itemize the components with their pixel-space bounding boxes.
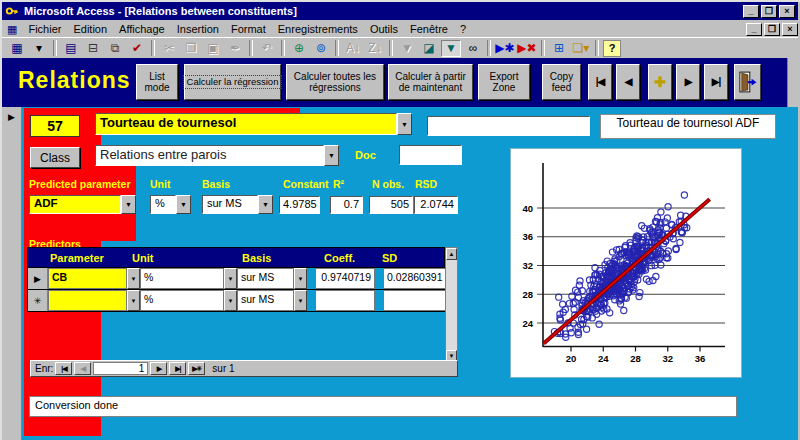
- doc-textbox[interactable]: [399, 145, 462, 165]
- menu-fenetre[interactable]: Fenêtre: [404, 23, 454, 35]
- row2-basis-combo[interactable]: sur MS ▼: [237, 290, 307, 311]
- new-object-button[interactable]: ❏▾: [571, 40, 591, 57]
- predicted-parameter-arrow-icon[interactable]: ▼: [121, 195, 136, 214]
- row1-unit-arrow-icon[interactable]: ▼: [224, 268, 237, 289]
- row2-unit-value[interactable]: %: [140, 290, 224, 311]
- row2-parameter-combo[interactable]: ▼: [48, 290, 140, 311]
- row2-basis-arrow-icon[interactable]: ▼: [294, 290, 307, 311]
- subnav-first-button[interactable]: |◀: [55, 362, 72, 375]
- predicted-parameter-value[interactable]: ADF: [29, 195, 121, 214]
- row2-coeff-cell[interactable]: [315, 290, 375, 311]
- web-toolbar-button[interactable]: ⊚: [311, 40, 331, 57]
- minimize-button[interactable]: _: [743, 5, 759, 18]
- exit-button[interactable]: [734, 64, 761, 100]
- basis-value[interactable]: sur MS: [202, 195, 258, 214]
- menu-outils[interactable]: Outils: [364, 23, 404, 35]
- row2-parameter-value[interactable]: [48, 290, 127, 311]
- subnav-last-button[interactable]: ▶|: [169, 362, 186, 375]
- filter-by-form-button[interactable]: ◪: [419, 40, 439, 57]
- close-button[interactable]: ×: [779, 5, 795, 18]
- child-close-button[interactable]: ×: [782, 23, 798, 36]
- class-button[interactable]: Class: [30, 147, 80, 168]
- spelling-button[interactable]: ✔: [127, 40, 147, 57]
- row2-parameter-arrow-icon[interactable]: ▼: [127, 290, 140, 311]
- copy-feed-button[interactable]: Copy feed: [542, 64, 581, 100]
- feed-combo[interactable]: Tourteau de tournesol ▼: [95, 113, 412, 135]
- unit-combo-arrow-icon[interactable]: ▼: [176, 195, 191, 214]
- save-button[interactable]: ▤: [61, 40, 81, 57]
- class-combo-value[interactable]: Relations entre parois: [95, 145, 324, 166]
- menu-edition[interactable]: Edition: [67, 23, 113, 35]
- row2-unit-combo[interactable]: % ▼: [140, 290, 237, 311]
- subnav-next-button[interactable]: ▶: [150, 362, 167, 375]
- subnav-new-record-button[interactable]: ▶✳: [188, 362, 205, 375]
- class-combo[interactable]: Relations entre parois ▼: [95, 145, 339, 166]
- list-mode-button[interactable]: List mode: [136, 64, 178, 100]
- row1-coeff-cell[interactable]: 0.9740719: [315, 268, 375, 289]
- last-record-button[interactable]: ▶|: [704, 64, 728, 100]
- feed-combo-arrow-icon[interactable]: ▼: [397, 113, 412, 135]
- print-preview-button[interactable]: ⧉: [105, 40, 125, 57]
- insert-hyperlink-button[interactable]: ⊕: [289, 40, 309, 57]
- constant-field[interactable]: 4.9785: [279, 196, 320, 214]
- rsd-field[interactable]: 2.0744: [414, 196, 458, 214]
- view-button[interactable]: ▦: [7, 40, 27, 57]
- menu-help[interactable]: ?: [454, 23, 472, 35]
- feed-combo-value[interactable]: Tourteau de tournesol: [95, 113, 397, 135]
- row1-basis-arrow-icon[interactable]: ▼: [294, 268, 307, 289]
- calculer-a-partir-button[interactable]: Calculer à partir de maintenant: [388, 64, 473, 100]
- row2-basis-value[interactable]: sur MS: [237, 290, 294, 311]
- view-dropdown[interactable]: ▾: [29, 40, 49, 57]
- next-record-button[interactable]: ▶: [676, 64, 700, 100]
- toolbar: ▦▾▤⊟⧉✔✂❐▣✒↶⊕⊚A↓Z↓▼◪▼∞▶✱▶✖⊞❏▾?: [2, 37, 798, 58]
- nobs-field[interactable]: 505: [369, 196, 413, 214]
- add-record-button[interactable]: ✚: [648, 64, 672, 100]
- row1-basis-combo[interactable]: sur MS ▼: [237, 268, 307, 289]
- calculer-toutes-regressions-button[interactable]: Calculer toutes les régressions: [286, 64, 384, 100]
- apply-filter-button[interactable]: ▼: [441, 40, 461, 57]
- title-bar: Microsoft Access - [Relations between co…: [2, 2, 798, 20]
- row-selector[interactable]: ▶: [28, 268, 48, 289]
- menu-affichage[interactable]: Affichage: [113, 23, 171, 35]
- child-restore-button[interactable]: ❐: [764, 23, 780, 36]
- record-id-box[interactable]: 57: [30, 115, 80, 137]
- help-button[interactable]: ?: [603, 40, 621, 57]
- row1-unit-value[interactable]: %: [140, 268, 224, 289]
- new-record-button[interactable]: ▶✱: [495, 40, 515, 57]
- restore-button[interactable]: ❐: [761, 5, 777, 18]
- new-row-selector[interactable]: ✳: [28, 290, 48, 311]
- database-window-button[interactable]: ⊞: [549, 40, 569, 57]
- unit-value[interactable]: %: [150, 195, 176, 214]
- basis-combo[interactable]: sur MS ▼: [202, 195, 273, 214]
- find-button[interactable]: ∞: [463, 40, 483, 57]
- empty-textbox[interactable]: [427, 116, 590, 136]
- calculer-regression-button[interactable]: Calculer la régression: [184, 64, 281, 100]
- row1-parameter-arrow-icon[interactable]: ▼: [127, 268, 140, 289]
- row2-unit-arrow-icon[interactable]: ▼: [224, 290, 237, 311]
- row1-parameter-combo[interactable]: CB ▼: [48, 268, 140, 289]
- r2-field[interactable]: 0.7: [330, 196, 363, 214]
- delete-record-button[interactable]: ▶✖: [517, 40, 537, 57]
- row1-sd-cell[interactable]: 0.02860391: [383, 268, 446, 289]
- export-zone-button[interactable]: Export Zone: [478, 64, 530, 100]
- menu-fichier[interactable]: Fichier: [22, 23, 67, 35]
- unit-combo[interactable]: % ▼: [150, 195, 191, 214]
- print-button[interactable]: ⊟: [83, 40, 103, 57]
- row1-basis-value[interactable]: sur MS: [237, 268, 294, 289]
- scroll-up-icon[interactable]: ▲: [446, 248, 457, 260]
- row1-parameter-value[interactable]: CB: [48, 268, 127, 289]
- menu-enregistrements[interactable]: Enregistrements: [272, 23, 364, 35]
- class-combo-arrow-icon[interactable]: ▼: [324, 145, 339, 166]
- basis-combo-arrow-icon[interactable]: ▼: [258, 195, 273, 214]
- menu-insertion[interactable]: Insertion: [171, 23, 225, 35]
- table-scrollbar[interactable]: ▲ ▼: [445, 247, 458, 363]
- subnav-record-number[interactable]: 1: [93, 362, 148, 375]
- row1-unit-combo[interactable]: % ▼: [140, 268, 237, 289]
- previous-record-button[interactable]: ◀: [616, 64, 640, 100]
- row2-sd-cell[interactable]: [383, 290, 446, 311]
- first-record-button[interactable]: |◀: [588, 64, 612, 100]
- predicted-parameter-combo[interactable]: ADF ▼: [29, 195, 136, 214]
- child-minimize-button[interactable]: _: [746, 23, 762, 36]
- relation-title-box[interactable]: Tourteau de tournesol ADF: [600, 114, 776, 139]
- menu-format[interactable]: Format: [225, 23, 272, 35]
